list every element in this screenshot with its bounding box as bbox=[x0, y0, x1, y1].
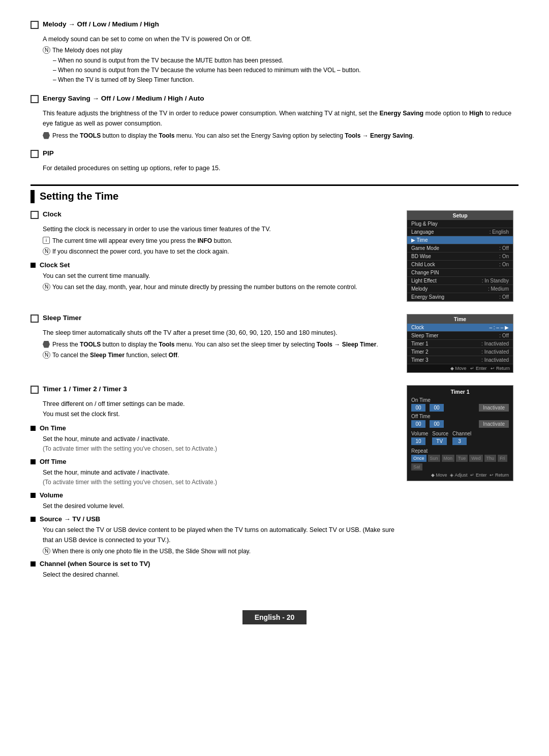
source-title: Source → TV / USB bbox=[40, 515, 100, 523]
sleep-timer-item: Sleep Timer bbox=[30, 314, 396, 323]
on-time-title: On Time bbox=[40, 424, 66, 432]
clock-section: Clock Setting the clock is necessary in … bbox=[30, 210, 518, 307]
time-row-clock: Clock – : – – ▶ bbox=[407, 324, 513, 332]
melody-title: Melody → Off / Low / Medium / High bbox=[43, 20, 159, 28]
timer1-screenshot: Timer 1 On Time 00 00 Inactivate Off Tim… bbox=[407, 385, 518, 481]
clock-body: Setting the clock is necessary in order … bbox=[43, 224, 396, 256]
volume-body: Set the desired volume level. bbox=[43, 501, 396, 511]
time-row-timer1: Timer 1 : Inactivated bbox=[407, 340, 513, 348]
off-time-section: Off Time Set the hour, minute and activa… bbox=[30, 458, 396, 487]
t1-footer: ◆ Move ◈ Adjust ↵ Enter ↩ Return bbox=[411, 472, 509, 478]
melody-body: A melody sound can be set to come on whe… bbox=[43, 34, 518, 85]
note-circle-icon-5: N bbox=[43, 547, 50, 555]
sleep-note1: Press the TOOLS button to display the To… bbox=[43, 340, 396, 349]
timer-item: Timer 1 / Timer 2 / Timer 3 bbox=[30, 385, 396, 394]
tools-icon-2 bbox=[43, 341, 50, 348]
menu-row-lighteffect: Light Effect : In Standby bbox=[407, 277, 513, 285]
volume-heading: Volume bbox=[30, 491, 396, 499]
clock-set-section: Clock Set You can set the current time m… bbox=[30, 261, 396, 292]
footer: English - 20 bbox=[30, 610, 518, 635]
menu-row-language: Language : English bbox=[407, 228, 513, 236]
melody-dash-2: When no sound is output from the TV beca… bbox=[53, 66, 518, 75]
energy-saving-item: Energy Saving → Off / Low / Medium / Hig… bbox=[30, 94, 518, 103]
channel-title: Channel (when Source is set to TV) bbox=[40, 560, 150, 568]
ui-screenshots: Setup Plug & Play Language : English ▶ T… bbox=[407, 210, 518, 307]
timer-content: Timer 1 / Timer 2 / Timer 3 Three differ… bbox=[30, 385, 518, 580]
footer-label: English - 20 bbox=[242, 610, 307, 624]
energy-desc: This feature adjusts the brightness of t… bbox=[43, 108, 518, 129]
tools-icon bbox=[43, 132, 50, 139]
checkbox-pip bbox=[30, 150, 39, 158]
timer-title: Timer 1 / Timer 2 / Timer 3 bbox=[43, 385, 127, 393]
info-icon: i bbox=[43, 237, 50, 244]
on-time-body: Set the hour, minute and activate / inac… bbox=[43, 434, 396, 454]
off-time-body: Set the hour, minute and activate / inac… bbox=[43, 467, 396, 487]
timer-section: Timer 1 / Timer 2 / Timer 3 Three differ… bbox=[30, 385, 518, 580]
melody-section: Melody → Off / Low / Medium / High A mel… bbox=[30, 20, 518, 85]
note-circle-icon: N bbox=[43, 46, 50, 54]
checkbox-clock bbox=[30, 211, 39, 219]
note-circle-icon-2: N bbox=[43, 247, 50, 255]
clock-set-heading: Clock Set bbox=[30, 261, 396, 269]
energy-note1: Press the TOOLS button to display the To… bbox=[43, 131, 518, 140]
clock-desc: Setting the clock is necessary in order … bbox=[43, 224, 396, 234]
timer-text: Timer 1 / Timer 2 / Timer 3 Three differ… bbox=[30, 385, 396, 580]
checkbox-energy bbox=[30, 95, 39, 103]
pip-desc: For detailed procedures on setting up op… bbox=[43, 163, 518, 173]
setup-menu-title: Setup bbox=[407, 211, 513, 220]
note-circle-icon-4: N bbox=[43, 351, 50, 359]
square-icon-offtime bbox=[30, 459, 36, 464]
sleep-timer-content: Sleep Timer The sleep timer automaticall… bbox=[30, 314, 518, 378]
menu-row-time: ▶ Time bbox=[407, 236, 513, 244]
menu-row-game: Game Mode : Off bbox=[407, 244, 513, 253]
t1-on-row: 00 00 Inactivate bbox=[411, 404, 509, 412]
t1-repeat: Repeat Once Sun Mon Tue Wed Thu Fri Sat bbox=[411, 448, 509, 470]
on-time-heading: On Time bbox=[30, 424, 396, 432]
note-circle-icon-3: N bbox=[43, 283, 50, 291]
checkbox-sleep bbox=[30, 314, 39, 323]
menu-row-plug: Plug & Play bbox=[407, 220, 513, 228]
melody-note1: N The Melody does not play bbox=[43, 46, 518, 55]
menu-row-melody: Melody : Medium bbox=[407, 285, 513, 293]
timer1-title: Timer 1 bbox=[411, 389, 509, 395]
sleep-timer-body: The sleep timer automatically shuts off … bbox=[43, 328, 396, 360]
setup-menu-box: Setup Plug & Play Language : English ▶ T… bbox=[407, 210, 513, 302]
pip-item: PIP bbox=[30, 149, 518, 158]
setting-time-heading: Setting the Time bbox=[30, 184, 518, 203]
time-menu-box: Time Clock – : – – ▶ Sleep Timer : Off T… bbox=[407, 314, 513, 373]
sleep-timer-section: Sleep Timer The sleep timer automaticall… bbox=[30, 314, 518, 378]
checkbox-timer bbox=[30, 386, 39, 394]
source-body: You can select the TV or USB device cont… bbox=[43, 525, 396, 556]
pip-section: PIP For detailed procedures on setting u… bbox=[30, 149, 518, 173]
clock-set-body: You can set the current time manually. N… bbox=[43, 271, 396, 292]
t1-off-row: 00 00 Inactivate bbox=[411, 420, 509, 428]
clock-set-note: N You can set the day, month, year, hour… bbox=[43, 282, 396, 292]
square-icon-source bbox=[30, 517, 36, 522]
volume-title: Volume bbox=[40, 491, 63, 499]
t1-off-label: Off Time bbox=[411, 414, 509, 419]
time-row-timer2: Timer 2 : Inactivated bbox=[407, 348, 513, 356]
time-row-sleep: Sleep Timer : Off bbox=[407, 332, 513, 340]
clock-content-area: Clock Setting the clock is necessary in … bbox=[30, 210, 518, 307]
clock-note1: i The current time will appear every tim… bbox=[43, 236, 396, 245]
sleep-timer-title: Sleep Timer bbox=[43, 314, 81, 322]
source-note: N When there is only one photo file in t… bbox=[43, 547, 396, 556]
energy-body: This feature adjusts the brightness of t… bbox=[43, 108, 518, 140]
source-heading: Source → TV / USB bbox=[30, 515, 396, 523]
melody-dash-list: When no sound is output from the TV beca… bbox=[53, 56, 518, 85]
t1-days: Once Sun Mon Tue Wed Thu Fri Sat bbox=[411, 455, 509, 470]
square-icon-clock-set bbox=[30, 263, 36, 268]
off-time-heading: Off Time bbox=[30, 458, 396, 465]
timer1-box: Timer 1 On Time 00 00 Inactivate Off Tim… bbox=[407, 385, 513, 481]
pip-body: For detailed procedures on setting up op… bbox=[43, 163, 518, 173]
menu-row-bdwise: BD Wise : On bbox=[407, 253, 513, 261]
melody-desc: A melody sound can be set to come on whe… bbox=[43, 34, 518, 44]
volume-section: Volume Set the desired volume level. bbox=[30, 491, 396, 511]
square-icon-channel bbox=[30, 561, 36, 566]
checkbox-melody bbox=[30, 21, 39, 29]
melody-dash-3: When the TV is turned off by Sleep Timer… bbox=[53, 75, 518, 85]
menu-row-energysaving: Energy Saving : Off bbox=[407, 293, 513, 301]
clock-text: Clock Setting the clock is necessary in … bbox=[30, 210, 396, 292]
menu-row-childlock: Child Lock : On bbox=[407, 261, 513, 269]
channel-body: Select the desired channel. bbox=[43, 570, 396, 580]
